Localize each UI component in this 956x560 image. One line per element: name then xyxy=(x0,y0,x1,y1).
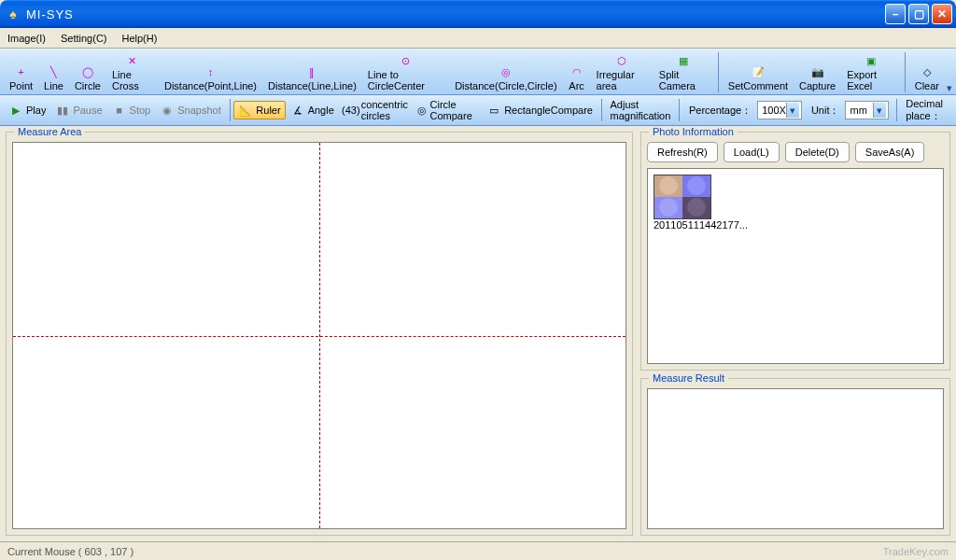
decimal-place-label: Decimal place： xyxy=(906,98,950,123)
ruler-button[interactable]: 📐Ruler xyxy=(233,101,285,119)
pause-icon: ▮▮ xyxy=(55,103,70,118)
measure-result-panel: Measure Result xyxy=(640,378,950,536)
toolbar-separator xyxy=(679,99,680,121)
rectangle-compare-button[interactable]: ▭RectangleCompare xyxy=(482,101,598,119)
play-icon: ▶ xyxy=(8,103,23,118)
pause-button[interactable]: ▮▮Pause xyxy=(50,101,106,119)
load-button[interactable]: Load(L) xyxy=(724,142,780,162)
tool-dist-circle-circle[interactable]: ◎Distance(Circle,Circle) xyxy=(449,62,562,94)
line-cc-icon: ⊙ xyxy=(398,52,415,69)
thumbnail-image xyxy=(654,175,711,219)
title-bar: ♠ MI-SYS – ▢ ✕ xyxy=(0,0,956,28)
irregular-icon: ⬡ xyxy=(613,52,630,69)
line-icon: ╲ xyxy=(45,63,62,80)
chevron-down-icon: ▾ xyxy=(786,103,799,118)
toolbar-separator xyxy=(718,52,719,92)
status-mouse-position: Current Mouse ( 603 , 107 ) xyxy=(7,546,134,557)
delete-button[interactable]: Delete(D) xyxy=(785,142,850,162)
ruler-icon: 📐 xyxy=(238,103,253,118)
eraser-icon: ◇ xyxy=(919,63,935,80)
rectcompare-icon: ▭ xyxy=(486,103,501,118)
saveas-button[interactable]: SaveAs(A) xyxy=(855,142,925,162)
angle-button[interactable]: ∡Angle xyxy=(286,101,339,119)
tool-split-camera[interactable]: ▦Split Camera xyxy=(654,50,714,94)
crosshair-horizontal xyxy=(13,336,626,337)
circlecompare-icon: ◎ xyxy=(417,103,428,118)
svg-point-4 xyxy=(659,176,678,195)
minimize-button[interactable]: – xyxy=(885,4,906,24)
menu-image[interactable]: Image(I) xyxy=(7,33,46,44)
snapshot-button[interactable]: ◉Snapshot xyxy=(155,101,225,119)
capture-icon: 📷 xyxy=(809,63,826,80)
tool-irregular-area[interactable]: ⬡Irregular area xyxy=(591,50,654,94)
toolbar-separator xyxy=(601,99,602,121)
window-buttons: – ▢ ✕ xyxy=(885,4,952,24)
stop-button[interactable]: ■Stop xyxy=(107,101,156,119)
tool-dist-point-line[interactable]: ↕Distance(Point,Line) xyxy=(159,62,262,94)
photo-information-panel: Photo Information Refresh(R) Load(L) Del… xyxy=(640,132,950,371)
toolbar-main: +Point ╲Line ◯Circle ✕Line Cross ↕Distan… xyxy=(0,49,956,95)
percentage-label: Percentage： xyxy=(689,104,752,118)
watermark-text: TradeKey.com xyxy=(883,546,949,557)
stop-icon: ■ xyxy=(112,103,127,118)
menu-bar: Image(I) Setting(C) Help(H) xyxy=(0,28,956,49)
menu-setting[interactable]: Setting(C) xyxy=(61,33,107,44)
thumbnail-svg-icon xyxy=(654,175,710,218)
main-area: Measure Area Photo Information Refresh(R… xyxy=(0,126,956,541)
toolbar-secondary: ▶Play ▮▮Pause ■Stop ◉Snapshot 📐Ruler ∡An… xyxy=(0,95,956,126)
toolbar-separator xyxy=(905,52,906,92)
right-column: Photo Information Refresh(R) Load(L) Del… xyxy=(640,132,950,536)
play-button[interactable]: ▶Play xyxy=(4,101,50,119)
circle-icon: ◯ xyxy=(79,63,96,80)
measure-area-panel: Measure Area xyxy=(6,132,633,536)
chevron-down-icon[interactable]: ▾ xyxy=(947,82,952,94)
tool-linecross[interactable]: ✕Line Cross xyxy=(106,50,159,94)
angle-icon: ∡ xyxy=(290,103,305,118)
thumbnail-label: 201105111442177... xyxy=(654,219,748,231)
tool-clear[interactable]: ◇Clear xyxy=(909,62,945,94)
thumbnail-item[interactable]: 201105111442177... xyxy=(654,175,711,231)
svg-point-6 xyxy=(659,198,678,217)
tool-dist-line-line[interactable]: ‖Distance(Line,Line) xyxy=(262,62,362,94)
tool-setcomment[interactable]: 📝SetComment xyxy=(723,62,794,94)
comment-icon: 📝 xyxy=(750,63,766,80)
linecross-icon: ✕ xyxy=(124,52,141,69)
measure-area-legend: Measure Area xyxy=(14,126,85,137)
menu-help[interactable]: Help(H) xyxy=(122,33,158,44)
photo-info-toolbar: Refresh(R) Load(L) Delete(D) SaveAs(A) xyxy=(647,142,944,162)
toolbar-separator xyxy=(230,99,231,121)
tool-arc[interactable]: ◠Arc xyxy=(563,62,591,94)
photo-info-legend: Photo Information xyxy=(649,126,738,137)
tool-export-excel[interactable]: ▣Export Excel xyxy=(841,50,901,94)
concentric-button[interactable]: (43)concentric circles xyxy=(339,97,413,123)
svg-point-7 xyxy=(687,198,706,217)
status-bar: Current Mouse ( 603 , 107 ) TradeKey.com xyxy=(0,541,956,560)
concentric-icon: (43) xyxy=(344,103,358,118)
tool-point[interactable]: +Point xyxy=(4,62,38,94)
close-button[interactable]: ✕ xyxy=(932,4,952,24)
unit-value: mm xyxy=(850,105,872,116)
window-title: MI-SYS xyxy=(26,7,885,21)
refresh-button[interactable]: Refresh(R) xyxy=(647,142,718,162)
tool-circle[interactable]: ◯Circle xyxy=(69,62,106,94)
excel-icon: ▣ xyxy=(863,52,879,69)
tool-line[interactable]: ╲Line xyxy=(38,62,69,94)
splitcamera-icon: ▦ xyxy=(675,52,692,69)
adjust-magnification-button[interactable]: Adjust magnification xyxy=(606,97,676,123)
maximize-button[interactable]: ▢ xyxy=(908,4,929,24)
percentage-value: 100X xyxy=(762,105,786,116)
measure-canvas[interactable] xyxy=(12,142,626,529)
svg-point-5 xyxy=(687,176,706,195)
measure-result-box xyxy=(647,388,944,529)
tool-capture[interactable]: 📷Capture xyxy=(794,62,841,94)
dist-pl-icon: ↕ xyxy=(203,63,219,80)
percentage-select[interactable]: 100X ▾ xyxy=(757,101,802,119)
arc-icon: ◠ xyxy=(569,63,585,80)
toolbar-separator xyxy=(896,99,897,121)
snapshot-icon: ◉ xyxy=(160,103,175,118)
unit-select[interactable]: mm ▾ xyxy=(845,101,888,119)
thumbnail-area: 201105111442177... xyxy=(647,168,944,364)
tool-line-to-circlecenter[interactable]: ⊙Line to CircleCenter xyxy=(362,50,449,94)
dist-ll-icon: ‖ xyxy=(303,63,320,80)
circle-compare-button[interactable]: ◎Circle Compare xyxy=(413,97,482,123)
